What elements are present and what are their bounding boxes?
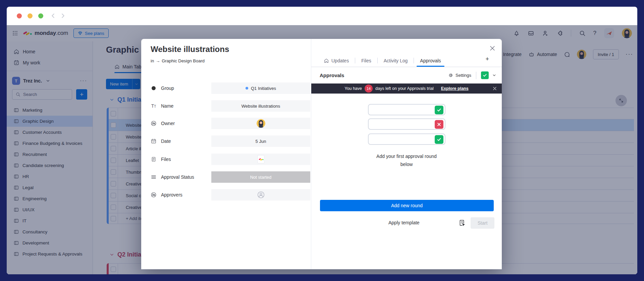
file-icon	[151, 156, 157, 162]
empty-person-icon	[257, 191, 265, 199]
desktop-frame: monday.com See plans ?	[0, 0, 644, 281]
chevron-down-icon[interactable]	[492, 73, 496, 77]
files-value[interactable]	[211, 154, 310, 165]
item-title: Website illustrations	[151, 45, 229, 54]
tab-divider	[355, 58, 355, 63]
tab-divider	[377, 58, 378, 63]
approvals-header: Approvals Settings	[311, 67, 502, 83]
field-label: Date	[161, 138, 171, 144]
field-label: Approval Status	[161, 174, 194, 180]
item-side-panel: UpdatesFilesActivity LogApprovals + Appr…	[311, 39, 502, 269]
template-icon[interactable]	[458, 219, 466, 227]
item-breadcrumb: in → Graphic Design Board	[151, 58, 205, 63]
approval-checkbox-icon[interactable]	[481, 71, 489, 79]
approval-round-box	[368, 118, 445, 130]
tab-files[interactable]: Files	[360, 58, 373, 63]
group-icon	[151, 85, 157, 91]
browser-forward-icon[interactable]	[59, 12, 66, 19]
approved-check-icon	[435, 106, 443, 114]
owner-avatar	[257, 119, 265, 128]
add-new-round-button[interactable]: Add new round	[320, 200, 494, 211]
field-label: Name	[161, 103, 173, 109]
approval-status-value[interactable]: Not started	[211, 171, 310, 183]
date-value[interactable]: 5 Jun	[211, 135, 310, 147]
calendar-icon	[151, 138, 157, 144]
close-window-button[interactable]	[17, 13, 22, 18]
tab-divider	[414, 58, 414, 63]
trial-banner: You have 14 days left on your Approvals …	[311, 83, 502, 94]
panel-tabs: UpdatesFilesActivity LogApprovals	[322, 58, 442, 63]
empty-state-text: Add your first approval round below	[311, 152, 502, 168]
apply-template-link[interactable]: Apply template	[388, 220, 420, 225]
explore-plans-link[interactable]: Explore plans	[441, 86, 469, 91]
home-icon	[324, 58, 329, 63]
start-button[interactable]: Start	[471, 217, 494, 229]
group-color-dot	[246, 87, 248, 90]
browser-chrome	[7, 7, 637, 25]
status-icon	[151, 174, 157, 180]
settings-button[interactable]: Settings	[448, 73, 471, 78]
file-thumbnail-icon	[257, 155, 265, 164]
gear-icon	[448, 73, 453, 78]
add-tab-button[interactable]: +	[485, 56, 489, 62]
approval-round-box	[368, 133, 445, 145]
browser-back-icon[interactable]	[50, 12, 57, 19]
field-label: Group	[161, 86, 174, 91]
field-label: Files	[161, 157, 171, 162]
breadcrumb-board-link[interactable]: Graphic Design Board	[162, 58, 205, 63]
owner-value[interactable]	[211, 118, 310, 129]
approved-check-icon	[435, 135, 443, 144]
item-modal: Website illustrations in → Graphic Desig…	[141, 39, 502, 269]
tab-activity-log[interactable]: Activity Log	[382, 58, 409, 63]
app-window: monday.com See plans ?	[7, 25, 637, 274]
tab-updates[interactable]: Updates	[322, 58, 350, 63]
section-title: Approvals	[320, 72, 344, 78]
panel-tab-bar: UpdatesFilesActivity LogApprovals +	[311, 39, 502, 67]
panel-divider	[476, 72, 476, 79]
minimize-window-button[interactable]	[28, 13, 33, 18]
group-value[interactable]: Q1 Initiatives	[211, 82, 310, 94]
people-icon	[151, 192, 157, 198]
tab-approvals[interactable]: Approvals	[419, 58, 442, 63]
approvers-value[interactable]	[211, 189, 310, 201]
name-value[interactable]: Website illustrations	[211, 100, 310, 112]
zoom-window-button[interactable]	[38, 13, 43, 18]
field-label: Owner	[161, 121, 175, 126]
banner-close-icon[interactable]	[492, 86, 497, 91]
rejected-x-icon	[435, 120, 443, 129]
trial-days-badge: 14	[365, 85, 373, 93]
people-icon	[151, 120, 157, 126]
text-icon: TT	[151, 103, 157, 109]
approval-round-box	[368, 104, 445, 115]
arrow-right-icon: →	[156, 58, 160, 63]
field-label: Approvers	[161, 192, 182, 198]
